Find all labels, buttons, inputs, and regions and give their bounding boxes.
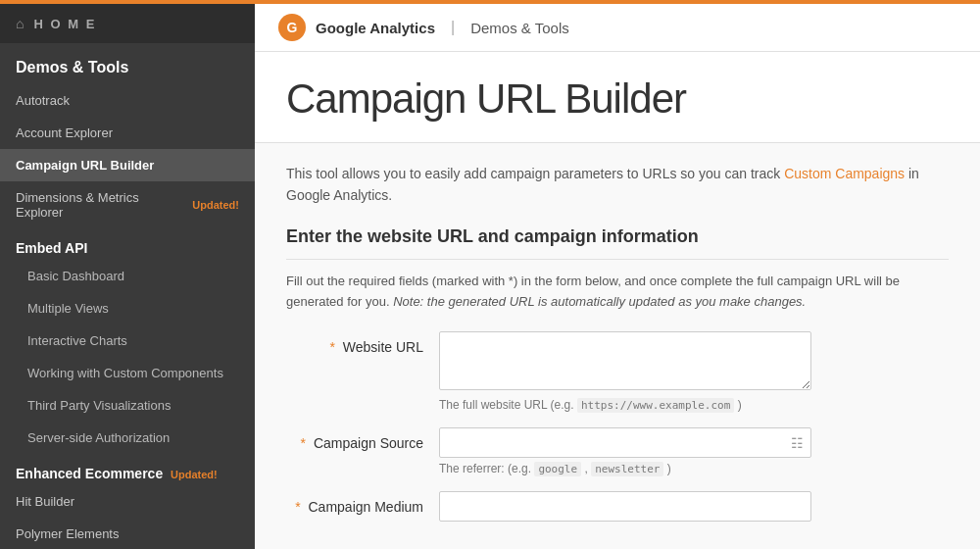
header-divider: | — [451, 19, 455, 36]
sidebar-item-autotrack[interactable]: Autotrack — [0, 84, 255, 117]
sidebar-section-embed-api: Embed API — [0, 228, 255, 260]
home-icon: ⌂ — [16, 16, 25, 31]
sidebar-item-label: Campaign URL Builder — [16, 158, 154, 173]
sidebar-item-account-explorer[interactable]: Account Explorer — [0, 117, 255, 149]
hint-text: The full website URL (e.g. — [439, 398, 574, 412]
label-text: Campaign Medium — [309, 499, 424, 515]
enhanced-ecommerce-badge: Updated! — [171, 469, 218, 480]
campaign-form: * Website URL The full website URL (e.g.… — [286, 331, 949, 522]
required-star: * — [329, 339, 334, 355]
label-text: Website URL — [343, 339, 423, 355]
required-star: * — [295, 499, 300, 515]
page-title: Campaign URL Builder — [286, 75, 949, 123]
campaign-source-input-wrapper: ☷ — [439, 427, 811, 458]
sidebar-item-server-auth[interactable]: Server-side Authorization — [0, 422, 255, 454]
campaign-source-hint: The referrer: (e.g. google , newsletter … — [439, 462, 811, 475]
calendar-icon: ☷ — [791, 435, 804, 451]
sidebar-item-third-party-viz[interactable]: Third Party Visualizations — [0, 389, 255, 422]
sidebar-item-dimensions-metrics[interactable]: Dimensions & Metrics Explorer Updated! — [0, 181, 255, 228]
section-heading: Enter the website URL and campaign infor… — [286, 226, 949, 260]
sidebar-item-label: Working with Custom Components — [27, 366, 223, 380]
form-group-website-url: * Website URL The full website URL (e.g.… — [286, 331, 949, 412]
campaign-source-input[interactable] — [439, 427, 811, 458]
custom-campaigns-link[interactable]: Custom Campaigns — [784, 166, 905, 181]
sidebar-item-label: Account Explorer — [16, 125, 113, 140]
hint-code2: newsletter — [591, 462, 663, 476]
sidebar-item-interactive-charts[interactable]: Interactive Charts — [0, 324, 255, 357]
form-group-campaign-source: * Campaign Source ☷ The referrer: (e.g. … — [286, 427, 949, 475]
sidebar-item-custom-components[interactable]: Working with Custom Components — [0, 357, 255, 389]
sidebar-item-label: Hit Builder — [16, 494, 74, 509]
label-text: Campaign Source — [314, 435, 423, 451]
ga-logo-text: G — [287, 20, 298, 35]
required-star: * — [301, 435, 306, 451]
fill-note: Note: the generated URL is automatically… — [393, 294, 806, 309]
fill-instruction: Fill out the required fields (marked wit… — [286, 272, 949, 313]
hint-code1: google — [534, 462, 581, 476]
website-url-field-wrapper: The full website URL (e.g. https://www.e… — [439, 331, 811, 412]
page-title-area: Campaign URL Builder — [255, 52, 980, 143]
website-url-label: * Website URL — [286, 331, 423, 355]
website-url-hint: The full website URL (e.g. https://www.e… — [439, 398, 811, 412]
main-content: G Google Analytics | Demos & Tools Campa… — [255, 4, 980, 549]
sidebar-item-label: Dimensions & Metrics Explorer — [16, 190, 184, 220]
sidebar-item-label: Interactive Charts — [27, 333, 127, 348]
updated-badge: Updated! — [192, 199, 239, 211]
intro-text: This tool allows you to easily add campa… — [286, 163, 949, 207]
sidebar-section-enhanced-ecommerce: Enhanced Ecommerce Updated! — [0, 454, 255, 485]
hint-code: https://www.example.com — [577, 398, 734, 413]
sidebar-section-title: Demos & Tools — [0, 43, 255, 84]
sidebar-item-label: Basic Dashboard — [27, 269, 124, 283]
header-brand-name: Google Analytics — [316, 20, 435, 36]
campaign-medium-input[interactable] — [439, 491, 811, 522]
sidebar-item-label: Autotrack — [16, 93, 70, 108]
ga-logo: G — [278, 14, 306, 41]
campaign-source-label: * Campaign Source — [286, 427, 423, 451]
content-body: This tool allows you to easily add campa… — [255, 143, 980, 549]
header-subtitle: Demos & Tools — [470, 20, 569, 36]
sidebar-item-label: Third Party Visualizations — [27, 398, 171, 413]
intro-text-before: This tool allows you to easily add campa… — [286, 166, 784, 181]
hint-sep: , — [584, 462, 587, 475]
hint-end: ) — [738, 398, 742, 412]
sidebar: ⌂ H O M E Demos & Tools Autotrack Accoun… — [0, 4, 255, 549]
sidebar-item-hit-builder[interactable]: Hit Builder — [0, 485, 255, 518]
campaign-medium-field-wrapper — [439, 491, 811, 522]
sidebar-item-label: Polymer Elements — [16, 526, 119, 541]
content-header: G Google Analytics | Demos & Tools — [255, 4, 980, 52]
sidebar-home[interactable]: ⌂ H O M E — [0, 4, 255, 43]
home-label: H O M E — [33, 17, 96, 31]
sidebar-item-multiple-views[interactable]: Multiple Views — [0, 292, 255, 324]
hint-text: The referrer: (e.g. — [439, 462, 531, 475]
website-url-input[interactable] — [439, 331, 811, 390]
sidebar-item-basic-dashboard[interactable]: Basic Dashboard — [0, 260, 255, 292]
header-brand: Google Analytics — [316, 20, 435, 36]
form-group-campaign-medium: * Campaign Medium — [286, 491, 949, 522]
sidebar-item-polymer-elements[interactable]: Polymer Elements — [0, 518, 255, 549]
campaign-source-field-wrapper: ☷ The referrer: (e.g. google , newslette… — [439, 427, 811, 475]
campaign-medium-label: * Campaign Medium — [286, 491, 423, 515]
sidebar-item-campaign-url-builder[interactable]: Campaign URL Builder — [0, 149, 255, 181]
sidebar-item-label: Server-side Authorization — [27, 430, 170, 445]
hint-end: ) — [667, 462, 671, 475]
sidebar-item-label: Multiple Views — [27, 301, 109, 316]
